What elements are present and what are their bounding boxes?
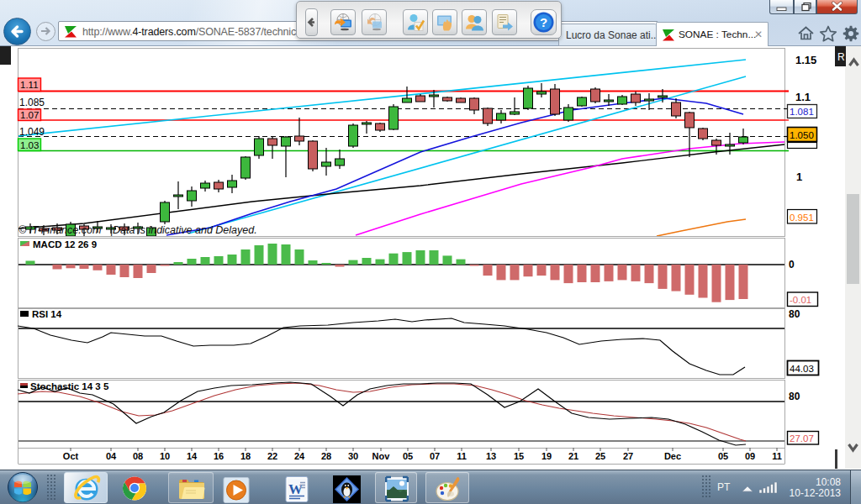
svg-text:44.03: 44.03 xyxy=(790,364,814,374)
svg-text:MACD 12 26 9: MACD 12 26 9 xyxy=(33,239,97,249)
svg-text:30: 30 xyxy=(348,451,358,461)
svg-text:80: 80 xyxy=(789,308,800,320)
svg-text:© IT-Finance.com |Data is in: © IT-Finance.com |Data is indicative and… xyxy=(18,224,257,236)
svg-text:1: 1 xyxy=(796,171,802,183)
svg-text:1.11: 1.11 xyxy=(20,80,39,90)
svg-text:10: 10 xyxy=(160,451,170,461)
svg-text:28: 28 xyxy=(321,451,331,461)
svg-text:18: 18 xyxy=(240,451,251,461)
svg-text:1.081: 1.081 xyxy=(790,107,814,117)
svg-text:1.085: 1.085 xyxy=(19,97,45,108)
svg-text:1.07: 1.07 xyxy=(20,110,39,120)
svg-text:1.050: 1.050 xyxy=(790,130,814,140)
svg-text:RSI 14: RSI 14 xyxy=(32,309,62,319)
svg-text:07: 07 xyxy=(430,451,440,461)
svg-text:1.049: 1.049 xyxy=(19,126,45,138)
svg-text:Stochastic 14 3 5: Stochastic 14 3 5 xyxy=(30,381,109,391)
svg-text:1.03: 1.03 xyxy=(20,140,39,150)
svg-text:25: 25 xyxy=(595,451,605,461)
svg-text:27.07: 27.07 xyxy=(790,433,814,444)
svg-text:19: 19 xyxy=(541,451,552,461)
svg-text:09: 09 xyxy=(745,451,755,461)
svg-text:14: 14 xyxy=(187,451,198,461)
svg-text:27: 27 xyxy=(623,451,633,461)
svg-text:05: 05 xyxy=(403,451,413,461)
svg-text:22: 22 xyxy=(267,451,277,461)
svg-text:1.15: 1.15 xyxy=(795,54,816,66)
svg-text:13: 13 xyxy=(486,451,496,461)
svg-text:11: 11 xyxy=(772,451,782,461)
svg-text:?: ? xyxy=(540,15,547,29)
svg-text:R: R xyxy=(837,51,845,63)
svg-text:24: 24 xyxy=(294,451,305,461)
svg-text:04: 04 xyxy=(106,451,117,461)
svg-text:08: 08 xyxy=(133,451,143,461)
svg-text:Dec: Dec xyxy=(664,451,681,461)
svg-text:Nov: Nov xyxy=(372,451,391,461)
svg-text:W: W xyxy=(288,481,303,497)
svg-text:16: 16 xyxy=(214,451,224,461)
svg-text:0.951: 0.951 xyxy=(790,213,814,223)
svg-text:15: 15 xyxy=(514,451,524,461)
svg-text:21: 21 xyxy=(568,451,578,461)
svg-text:-0.01: -0.01 xyxy=(790,295,811,305)
svg-text:05: 05 xyxy=(718,451,728,461)
svg-text:0: 0 xyxy=(789,259,795,270)
svg-text:1.1: 1.1 xyxy=(795,91,811,103)
svg-text:Oct: Oct xyxy=(63,451,79,461)
svg-text:11: 11 xyxy=(457,451,467,461)
svg-text:80: 80 xyxy=(789,391,800,402)
